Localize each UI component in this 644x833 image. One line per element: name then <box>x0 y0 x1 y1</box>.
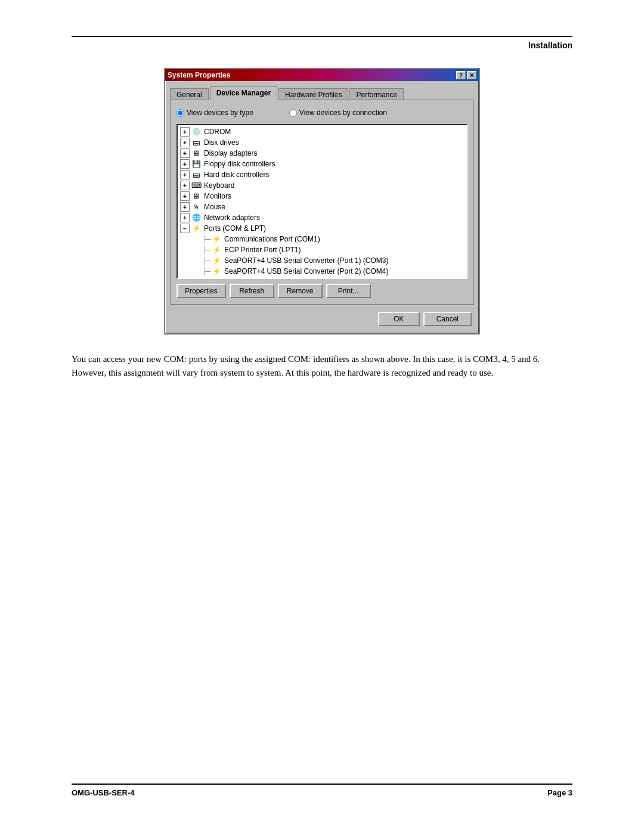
footer-page: Page 3 <box>547 788 572 797</box>
action-buttons: Properties Refresh Remove Print... <box>177 284 467 298</box>
cancel-button[interactable]: Cancel <box>423 312 472 326</box>
view-by-connection-option[interactable]: View devices by connection <box>289 109 387 117</box>
footer-row: OMG-USB-SER-4 Page 3 <box>72 788 572 797</box>
tab-hardware-profiles[interactable]: Hardware Profiles <box>278 88 348 101</box>
view-by-connection-label: View devices by connection <box>299 109 387 117</box>
tab-panel: View devices by type View devices by con… <box>170 100 474 305</box>
list-item[interactable]: + 🖱 Mouse <box>179 202 465 212</box>
list-item[interactable]: + ⌨ Keyboard <box>179 180 465 191</box>
list-item[interactable]: ├─ ⚡ Communications Port (COM1) <box>179 234 465 244</box>
footer-page-number: 3 <box>568 788 572 797</box>
expand-icon[interactable]: + <box>180 191 190 201</box>
list-item[interactable]: + 🖴 Hard disk controllers <box>179 169 465 180</box>
device-list-container[interactable]: + 💿 CDROM + 🖴 Disk drives <box>177 124 467 279</box>
expand-icon[interactable]: + <box>180 202 190 212</box>
port-icon: ⚡ <box>211 267 222 276</box>
device-label: Monitors <box>204 192 231 200</box>
help-button[interactable]: ? <box>456 71 466 79</box>
expand-icon[interactable]: + <box>180 213 190 222</box>
remove-button[interactable]: Remove <box>278 284 323 298</box>
system-properties-dialog: System Properties ? ✕ General Device Man… <box>164 68 480 335</box>
tree-connector: ├─ <box>203 268 210 275</box>
device-label: ECP Printer Port (LPT1) <box>224 246 301 254</box>
ok-cancel-row: OK Cancel <box>170 309 474 329</box>
footer-rule <box>72 784 572 785</box>
device-list: + 💿 CDROM + 🖴 Disk drives <box>178 125 466 279</box>
dialog-title: System Properties <box>168 71 230 79</box>
list-item[interactable]: ├─ ⚡ ECP Printer Port (LPT1) <box>179 244 465 255</box>
port-icon: ⚡ <box>211 245 222 255</box>
header-rule <box>72 36 572 37</box>
properties-button[interactable]: Properties <box>177 284 226 298</box>
footer-page-prefix: Page <box>547 788 568 797</box>
device-label: CDROM <box>204 128 231 136</box>
expand-icon[interactable]: − <box>180 224 190 233</box>
expand-icon[interactable]: + <box>180 138 190 147</box>
dialog-content: General Device Manager Hardware Profiles… <box>165 81 479 333</box>
floppy-icon: 💾 <box>191 159 202 169</box>
list-item[interactable]: ├─ ⚡ SeaPORT+4 USB Serial Converter (Por… <box>179 266 465 277</box>
page: Installation System Properties ? ✕ Gener… <box>0 0 644 833</box>
tree-connector: ├─ <box>203 246 210 254</box>
view-by-connection-radio[interactable] <box>289 109 297 117</box>
port-icon: ⚡ <box>211 256 222 265</box>
expand-icon[interactable]: + <box>180 181 190 190</box>
refresh-button[interactable]: Refresh <box>230 284 274 298</box>
list-item[interactable]: + 🖥 Monitors <box>179 191 465 202</box>
tab-general[interactable]: General <box>170 88 209 101</box>
display-icon: 🖥 <box>191 148 202 158</box>
device-label: Communications Port (COM1) <box>224 235 320 243</box>
device-label: Mouse <box>204 203 225 211</box>
cdrom-icon: 💿 <box>191 127 202 137</box>
tree-connector: ├─ <box>203 257 210 265</box>
expand-icon[interactable]: + <box>180 148 190 158</box>
keyboard-icon: ⌨ <box>191 181 202 190</box>
list-item[interactable]: + 💿 CDROM <box>179 126 465 137</box>
ports-icon: ⚡ <box>191 224 202 233</box>
port-icon: ⚡ <box>211 234 222 244</box>
expand-icon[interactable]: + <box>180 170 190 179</box>
hdd-icon: 🖴 <box>191 170 202 179</box>
title-buttons: ? ✕ <box>456 71 476 79</box>
device-label: Keyboard <box>204 181 234 190</box>
tree-connector: ├─ <box>203 236 210 243</box>
list-item[interactable]: − ⚡ Ports (COM & LPT) <box>179 223 465 234</box>
device-label: Floppy disk controllers <box>204 160 275 168</box>
view-by-type-label: View devices by type <box>187 109 253 117</box>
device-label: SeaPORT+4 USB Serial Converter (Port 3) … <box>224 278 389 279</box>
expand-icon[interactable]: + <box>180 127 190 137</box>
tab-device-manager[interactable]: Device Manager <box>210 86 277 100</box>
device-label: Disk drives <box>204 138 239 147</box>
port-icon: ⚡ <box>211 277 222 279</box>
list-item[interactable]: ├─ ⚡ SeaPORT+4 USB Serial Converter (Por… <box>179 255 465 266</box>
tabs-row: General Device Manager Hardware Profiles… <box>170 86 474 100</box>
expand-icon[interactable]: + <box>180 159 190 169</box>
network-icon: 🌐 <box>191 213 202 222</box>
device-label: Network adapters <box>204 213 260 222</box>
footer-product: OMG-USB-SER-4 <box>72 788 134 797</box>
list-item[interactable]: + 💾 Floppy disk controllers <box>179 159 465 169</box>
view-by-type-option[interactable]: View devices by type <box>177 109 253 117</box>
dialog-wrapper: System Properties ? ✕ General Device Man… <box>72 68 572 335</box>
device-label: SeaPORT+4 USB Serial Converter (Port 1) … <box>224 256 389 265</box>
list-item[interactable]: ├─ ⚡ SeaPORT+4 USB Serial Converter (Por… <box>179 277 465 279</box>
tab-performance[interactable]: Performance <box>349 88 404 101</box>
mouse-icon: 🖱 <box>191 202 202 212</box>
list-item[interactable]: + 🖴 Disk drives <box>179 137 465 148</box>
device-label: SeaPORT+4 USB Serial Converter (Port 2) … <box>224 267 389 275</box>
header-title: Installation <box>72 41 572 50</box>
ok-button[interactable]: OK <box>378 312 420 326</box>
device-label: Hard disk controllers <box>204 171 269 179</box>
device-label: Ports (COM & LPT) <box>204 224 266 233</box>
dialog-titlebar: System Properties ? ✕ <box>165 69 479 81</box>
view-options-row: View devices by type View devices by con… <box>177 106 467 119</box>
close-button[interactable]: ✕ <box>467 71 476 79</box>
body-paragraph: You can access your new COM: ports by us… <box>72 352 572 379</box>
view-by-type-radio[interactable] <box>177 109 184 117</box>
disk-icon: 🖴 <box>191 138 202 147</box>
list-item[interactable]: + 🖥 Display adapters <box>179 148 465 159</box>
monitor-icon: 🖥 <box>191 191 202 201</box>
print-button[interactable]: Print... <box>326 284 371 298</box>
device-label: Display adapters <box>204 149 257 157</box>
list-item[interactable]: + 🌐 Network adapters <box>179 212 465 223</box>
